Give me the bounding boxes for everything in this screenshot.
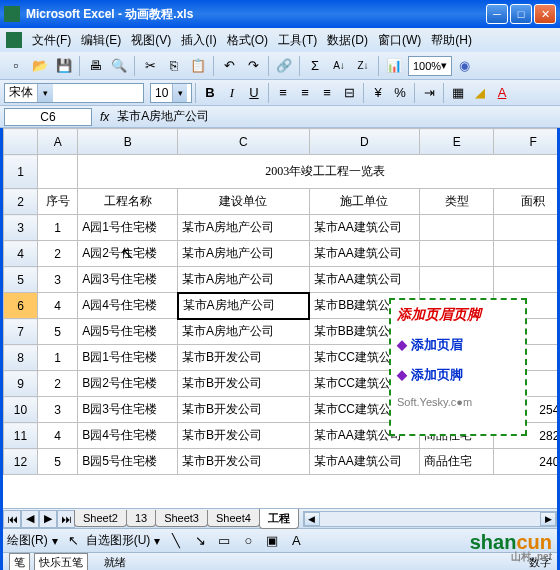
menu-window[interactable]: 窗口(W) [374, 30, 425, 51]
italic-button[interactable]: I [221, 82, 243, 104]
cell[interactable]: 某市B开发公司 [178, 423, 310, 449]
select-icon[interactable]: ↖ [63, 530, 85, 552]
merge-icon[interactable]: ⊟ [338, 82, 360, 104]
rect-icon[interactable]: ▭ [213, 530, 235, 552]
autosum-icon[interactable]: Σ [304, 55, 326, 77]
cell[interactable]: B园3号住宅楼 [78, 397, 178, 423]
save-icon[interactable]: 💾 [53, 55, 75, 77]
textbox-icon[interactable]: ▣ [261, 530, 283, 552]
row-header[interactable]: 1 [4, 155, 38, 189]
sort-desc-icon[interactable]: Z↓ [352, 55, 374, 77]
menu-edit[interactable]: 编辑(E) [77, 30, 125, 51]
fontsize-combo[interactable]: 10 ▾ [150, 83, 192, 103]
cell[interactable]: 某市AA建筑公司 [309, 449, 419, 475]
cell[interactable]: 4 [37, 293, 77, 319]
menu-file[interactable]: 文件(F) [28, 30, 75, 51]
menu-insert[interactable]: 插入(I) [177, 30, 220, 51]
row-header[interactable]: 6 [4, 293, 38, 319]
redo-icon[interactable]: ↷ [242, 55, 264, 77]
align-right-icon[interactable]: ≡ [316, 82, 338, 104]
cell[interactable]: B园1号住宅楼 [78, 345, 178, 371]
indent-icon[interactable]: ⇥ [418, 82, 440, 104]
sheet-tab[interactable]: 13 [126, 510, 156, 527]
cell[interactable]: 某市A房地产公司 [178, 293, 310, 319]
formula-value[interactable]: 某市A房地产公司 [117, 108, 556, 125]
cell[interactable]: 1 [37, 215, 77, 241]
col-header[interactable]: E [420, 129, 494, 155]
cell[interactable] [494, 241, 560, 267]
menu-view[interactable]: 视图(V) [127, 30, 175, 51]
tab-first-icon[interactable]: ⏮ [3, 510, 21, 528]
cell[interactable]: A园4号住宅楼 [78, 293, 178, 319]
cell[interactable]: 某市B开发公司 [178, 449, 310, 475]
menu-help[interactable]: 帮助(H) [427, 30, 476, 51]
cell[interactable]: B园5号住宅楼 [78, 449, 178, 475]
row-header[interactable]: 7 [4, 319, 38, 345]
autoshapes-menu[interactable]: 自选图形(U) [86, 532, 151, 549]
cell[interactable]: 4 [37, 423, 77, 449]
menu-format[interactable]: 格式(O) [223, 30, 272, 51]
cell[interactable]: 5 [37, 449, 77, 475]
cell[interactable] [420, 241, 494, 267]
row-header[interactable]: 10 [4, 397, 38, 423]
copy-icon[interactable]: ⎘ [163, 55, 185, 77]
row-header[interactable]: 4 [4, 241, 38, 267]
help-icon[interactable]: ◉ [453, 55, 475, 77]
undo-icon[interactable]: ↶ [218, 55, 240, 77]
cell[interactable]: 2404 [494, 449, 560, 475]
preview-icon[interactable]: 🔍 [108, 55, 130, 77]
dropdown-icon[interactable]: ▾ [37, 84, 53, 102]
borders-icon[interactable]: ▦ [447, 82, 469, 104]
menu-tools[interactable]: 工具(T) [274, 30, 321, 51]
cell[interactable] [494, 215, 560, 241]
tab-last-icon[interactable]: ⏭ [57, 510, 75, 528]
print-icon[interactable]: 🖶 [84, 55, 106, 77]
cell[interactable]: 某市B开发公司 [178, 345, 310, 371]
cell[interactable]: 某市A房地产公司 [178, 319, 310, 345]
cell[interactable] [420, 215, 494, 241]
worksheet-grid[interactable]: ↖ A B C D E F 1 2003年竣工工程一览表 2 序号 工程名称 建… [0, 128, 560, 508]
col-header[interactable]: C [178, 129, 310, 155]
cell[interactable]: A园5号住宅楼 [78, 319, 178, 345]
fx-icon[interactable]: fx [100, 110, 109, 124]
row-header[interactable]: 3 [4, 215, 38, 241]
chart-icon[interactable]: 📊 [383, 55, 405, 77]
cell[interactable]: 某市AA建筑公司 [309, 241, 419, 267]
align-center-icon[interactable]: ≡ [294, 82, 316, 104]
fontcolor-icon[interactable]: A [491, 82, 513, 104]
row-header[interactable]: 5 [4, 267, 38, 293]
cell[interactable]: B园4号住宅楼 [78, 423, 178, 449]
line-icon[interactable]: ╲ [165, 530, 187, 552]
cell[interactable]: 2 [37, 241, 77, 267]
sheet-tab[interactable]: Sheet3 [155, 510, 208, 527]
row-header[interactable]: 8 [4, 345, 38, 371]
tab-next-icon[interactable]: ▶ [39, 510, 57, 528]
excel-icon[interactable] [6, 32, 22, 48]
oval-icon[interactable]: ○ [237, 530, 259, 552]
col-header[interactable]: D [309, 129, 419, 155]
arrow-icon[interactable]: ↘ [189, 530, 211, 552]
sheet-title[interactable]: 2003年竣工工程一览表 [78, 155, 560, 189]
col-header[interactable]: B [78, 129, 178, 155]
select-all-corner[interactable] [4, 129, 38, 155]
cell[interactable]: A园1号住宅楼 [78, 215, 178, 241]
minimize-button[interactable]: ─ [486, 4, 508, 24]
row-header[interactable]: 11 [4, 423, 38, 449]
tab-prev-icon[interactable]: ◀ [21, 510, 39, 528]
cell[interactable]: 某市A房地产公司 [178, 241, 310, 267]
cell[interactable] [420, 267, 494, 293]
horizontal-scrollbar[interactable]: ◀▶ [303, 511, 557, 527]
popup-item[interactable]: ◆添加页脚 [397, 366, 519, 384]
cell[interactable]: 2 [37, 371, 77, 397]
cell[interactable] [494, 267, 560, 293]
cell[interactable]: B园2号住宅楼 [78, 371, 178, 397]
col-header[interactable]: A [37, 129, 77, 155]
cell[interactable]: 某市A房地产公司 [178, 267, 310, 293]
cell[interactable]: A园3号住宅楼 [78, 267, 178, 293]
cell[interactable]: 3 [37, 267, 77, 293]
percent-icon[interactable]: % [389, 82, 411, 104]
row-header[interactable]: 12 [4, 449, 38, 475]
close-button[interactable]: ✕ [534, 4, 556, 24]
popup-item[interactable]: ◆添加页眉 [397, 336, 519, 354]
bold-button[interactable]: B [199, 82, 221, 104]
